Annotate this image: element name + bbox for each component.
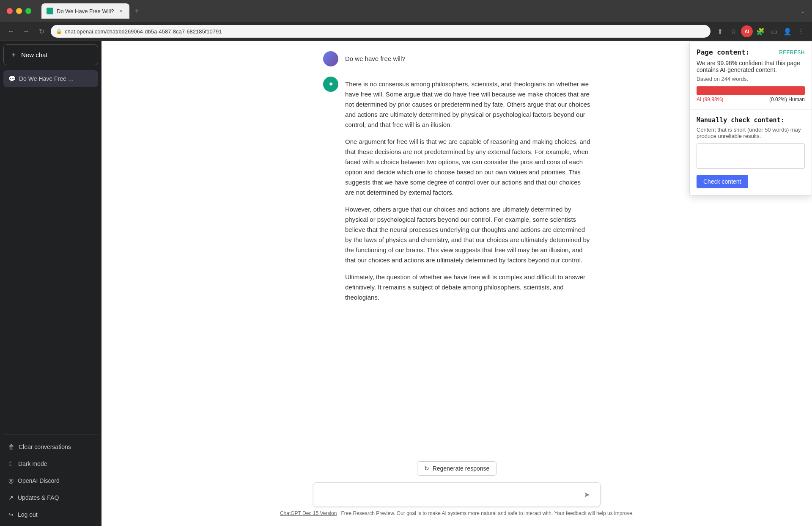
new-chat-button[interactable]: ＋ New chat <box>3 44 98 65</box>
close-window-button[interactable] <box>7 8 13 14</box>
ai-message: ✦ There is no consensus among philosophe… <box>313 77 601 303</box>
input-area: ➤ <box>313 482 601 507</box>
ai-avatar: ✦ <box>323 77 338 92</box>
trash-icon: 🗑 <box>8 443 14 450</box>
ai-percentage-label: AI (99.98%) <box>697 96 723 102</box>
chat-item-title: Do We Have Free Will... <box>19 75 77 82</box>
bookmark-button[interactable]: ☆ <box>727 25 739 37</box>
clear-conversations-label: Clear conversations <box>19 443 71 450</box>
chat-icon: 💬 <box>8 75 16 82</box>
extensions-button[interactable]: 🧩 <box>754 25 766 37</box>
minimize-window-button[interactable] <box>16 8 22 14</box>
dark-mode-label: Dark mode <box>18 460 47 467</box>
share-button[interactable]: ⬆ <box>714 25 726 37</box>
footer-version-link[interactable]: ChatGPT Dec 15 Version <box>280 510 337 516</box>
sidebar-item-dark-mode[interactable]: ☾ Dark mode <box>3 455 98 472</box>
regenerate-button[interactable]: ↻ Regenerate response <box>417 461 497 476</box>
tab-close-button[interactable]: × <box>118 8 124 14</box>
refresh-button[interactable]: REFRESH <box>779 50 805 55</box>
send-icon: ➤ <box>584 490 590 499</box>
extension-popup: Page content: REFRESH We are 99.98% conf… <box>689 41 812 196</box>
address-bar[interactable]: 🔒 chat.openai.com/chat/bd269064-db5a-458… <box>51 25 710 38</box>
sidebar-item-clear-conversations[interactable]: 🗑 Clear conversations <box>3 438 98 455</box>
user-question-text: Do we have free will? <box>345 55 406 62</box>
forward-button[interactable]: → <box>20 25 32 37</box>
ai-paragraph-4: Ultimately, the question of whether we h… <box>345 272 590 303</box>
ai-extension-button[interactable]: AI <box>741 25 753 37</box>
footer-note-text: . Free Research Preview. Our goal is to … <box>338 510 634 516</box>
discord-label: OpenAI Discord <box>18 477 60 484</box>
dark-mode-icon: ☾ <box>8 460 14 467</box>
user-message-content: Do we have free will? <box>345 51 590 64</box>
ai-message-content: There is no consensus among philosophers… <box>345 77 590 303</box>
sidebar: ＋ New chat 💬 Do We Have Free Will... ✏ 🗑… <box>0 41 102 526</box>
word-count: Based on 244 words. <box>697 76 805 82</box>
manual-check-title: Manually check content: <box>697 116 805 124</box>
title-bar: Do We Have Free Will? × + ⌄ <box>0 0 812 22</box>
updates-icon: ↗ <box>8 494 14 501</box>
sidebar-toggle-button[interactable]: ▭ <box>768 25 780 37</box>
chat-history: 💬 Do We Have Free Will... ✏ 🗑 <box>3 70 98 431</box>
confidence-description: We are 99.98% confident that this page c… <box>697 60 805 73</box>
menu-button[interactable]: ⋮ <box>795 25 807 37</box>
user-message-row: Do we have free will? <box>323 51 590 66</box>
sidebar-item-logout[interactable]: ↪ Log out <box>3 506 98 523</box>
tab-bar: Do We Have Free Will? × + ⌄ <box>41 3 805 19</box>
new-chat-label: New chat <box>21 51 48 58</box>
chat-bottom: ↻ Regenerate response ➤ ChatGPT Dec 15 V… <box>102 454 812 526</box>
logout-label: Log out <box>18 511 38 518</box>
sidebar-item-discord[interactable]: ◎ OpenAI Discord <box>3 472 98 489</box>
chat-history-item[interactable]: 💬 Do We Have Free Will... ✏ 🗑 <box>3 70 98 87</box>
ai-paragraph-1: There is no consensus among philosophers… <box>345 79 590 130</box>
url-text: chat.openai.com/chat/bd269064-db5a-4587-… <box>65 28 222 35</box>
reload-button[interactable]: ↻ <box>36 25 47 37</box>
page-content-section: Page content: REFRESH We are 99.98% conf… <box>690 41 812 110</box>
updates-label: Updates & FAQ <box>18 494 59 501</box>
edit-chat-button[interactable]: ✏ <box>80 75 85 82</box>
sidebar-footer: 🗑 Clear conversations ☾ Dark mode ◎ Open… <box>3 435 98 523</box>
page-content-title: Page content: <box>697 48 749 56</box>
manual-check-input[interactable] <box>697 143 805 169</box>
ai-paragraph-2: One argument for free will is that we ar… <box>345 137 590 198</box>
tab-favicon <box>47 8 53 14</box>
ai-paragraph-3: However, others argue that our choices a… <box>345 204 590 265</box>
navigation-bar: ← → ↻ 🔒 chat.openai.com/chat/bd269064-db… <box>0 22 812 41</box>
sidebar-item-updates[interactable]: ↗ Updates & FAQ <box>3 489 98 506</box>
discord-icon: ◎ <box>8 477 14 484</box>
main-content: Do we have free will? ✦ There is no cons… <box>102 41 812 526</box>
traffic-lights <box>7 8 31 14</box>
regenerate-label: Regenerate response <box>433 465 490 472</box>
ai-message-row: ✦ There is no consensus among philosophe… <box>323 77 590 303</box>
browser-tab[interactable]: Do We Have Free Will? × <box>41 3 129 19</box>
nav-actions: ⬆ ☆ AI 🧩 ▭ 👤 ⋮ <box>714 25 807 37</box>
popup-header: Page content: REFRESH <box>697 48 805 56</box>
plus-icon: ＋ <box>11 51 17 59</box>
tab-title: Do We Have Free Will? <box>57 8 114 14</box>
manual-check-section: Manually check content: Content that is … <box>690 110 812 195</box>
footer-note: ChatGPT Dec 15 Version . Free Research P… <box>112 507 802 523</box>
lock-icon: 🔒 <box>56 28 62 34</box>
openai-logo-icon: ✦ <box>328 80 334 89</box>
logout-icon: ↪ <box>8 511 14 518</box>
check-content-button[interactable]: Check content <box>697 175 748 188</box>
send-button[interactable]: ➤ <box>580 488 593 501</box>
new-tab-button[interactable]: + <box>131 5 143 17</box>
ai-confidence-bar-fill <box>697 86 805 95</box>
maximize-window-button[interactable] <box>25 8 31 14</box>
browser-chrome: Do We Have Free Will? × + ⌄ ← → ↻ 🔒 chat… <box>0 0 812 41</box>
confidence-bar <box>697 86 805 95</box>
tab-overflow-button[interactable]: ⌄ <box>800 8 805 14</box>
human-percentage-label: (0.02%) Human <box>769 96 805 102</box>
manual-check-description: Content that is short (under 50 words) m… <box>697 127 805 139</box>
back-button[interactable]: ← <box>5 25 17 37</box>
profile-button[interactable]: 👤 <box>782 25 793 37</box>
chat-input[interactable] <box>320 491 580 498</box>
confidence-labels: AI (99.98%) (0.02%) Human <box>697 96 805 102</box>
app-container: ＋ New chat 💬 Do We Have Free Will... ✏ 🗑… <box>0 41 812 526</box>
user-message: Do we have free will? <box>313 51 601 66</box>
regenerate-icon: ↻ <box>424 465 429 472</box>
delete-chat-button[interactable]: 🗑 <box>87 75 93 82</box>
user-avatar <box>323 51 338 66</box>
